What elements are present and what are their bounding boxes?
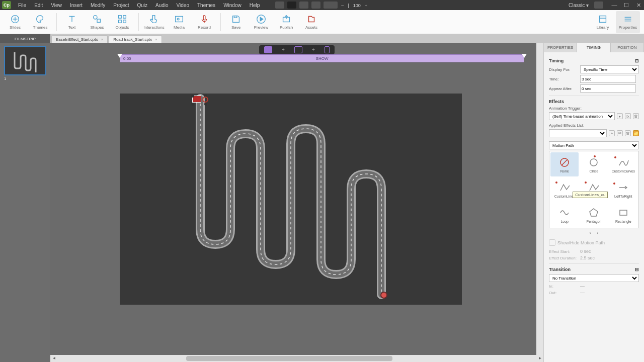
tool-publish[interactable]: Publish: [274, 11, 298, 33]
effect-rectangle[interactable]: Rectangle: [609, 203, 637, 227]
tool-objects[interactable]: Objects: [110, 11, 134, 33]
record-icon[interactable]: [287, 2, 296, 9]
menu-window[interactable]: Window: [219, 3, 246, 8]
tool-interactions[interactable]: Interactions: [142, 11, 166, 33]
close-icon[interactable]: ×: [101, 37, 103, 42]
clone-effect-icon[interactable]: ⧉: [617, 130, 623, 136]
close-icon[interactable]: ×: [155, 37, 157, 42]
ruler-start-value: 0.05: [123, 56, 131, 61]
menu-video[interactable]: Video: [173, 3, 193, 8]
menu-project[interactable]: Project: [109, 3, 133, 8]
panel-tabs: PROPERTIES TIMING POSITION: [544, 43, 644, 52]
collapse-icon[interactable]: ⊟: [635, 267, 639, 272]
scroll-right-icon[interactable]: ▸: [536, 355, 543, 362]
filmstrip-tab[interactable]: FILMSTRIP: [0, 34, 50, 43]
tool-save[interactable]: Save: [224, 11, 248, 33]
device-add[interactable]: +: [309, 46, 317, 53]
svg-point-27: [590, 159, 597, 166]
stage-area: + + 0.05 SHOW: [50, 43, 543, 362]
ruler-start-marker[interactable]: [117, 54, 122, 58]
window-minimize[interactable]: —: [611, 2, 618, 8]
scroll-left-icon[interactable]: ◂: [50, 355, 57, 362]
effect-lefttoright[interactable]: LeftToRight: [609, 177, 637, 202]
redo-icon[interactable]: [311, 2, 320, 9]
effect-pentagon[interactable]: Pentagon: [580, 203, 608, 227]
pager-prev[interactable]: ‹: [590, 230, 591, 235]
slide-canvas[interactable]: [120, 94, 462, 305]
animation-trigger-select[interactable]: (Self) Time-based animation: [549, 112, 615, 120]
menu-view[interactable]: View: [47, 3, 66, 8]
tool-properties[interactable]: Properties: [616, 11, 640, 33]
menu-themes[interactable]: Themes: [193, 3, 219, 8]
tool-shapes[interactable]: Shapes: [85, 11, 109, 33]
section-timing: Timing⊟: [549, 58, 639, 63]
svg-rect-13: [203, 16, 205, 20]
document-tab-row: FILMSTRIP EaseInEffect_Start.cptx× Road …: [0, 34, 644, 43]
menu-file[interactable]: File: [14, 3, 30, 8]
device-mobile[interactable]: [325, 46, 330, 53]
tool-preview[interactable]: Preview: [249, 11, 273, 33]
fx-icon[interactable]: fx: [625, 113, 631, 119]
ruler-end-marker[interactable]: [522, 54, 527, 58]
pager-next[interactable]: ›: [597, 230, 599, 235]
path-end-marker[interactable]: [380, 292, 387, 299]
trash-icon[interactable]: 🗑: [633, 113, 639, 119]
effect-start-label: Effect Start:: [549, 249, 578, 254]
tab-properties[interactable]: PROPERTIES: [544, 43, 577, 52]
effect-circle[interactable]: Circle: [580, 152, 608, 176]
search-icon[interactable]: [594, 2, 603, 9]
properties-panel: PROPERTIES TIMING POSITION Timing⊟ Displ…: [543, 43, 644, 362]
menu-help[interactable]: Help: [246, 3, 264, 8]
menu-modify[interactable]: Modify: [87, 3, 109, 8]
effect-duration-label: Effect Duration:: [549, 256, 578, 260]
tool-assets[interactable]: Assets: [299, 11, 324, 33]
device-desktop[interactable]: [264, 46, 272, 53]
effect-none[interactable]: None: [550, 152, 579, 176]
collapse-icon[interactable]: ⊟: [635, 58, 639, 63]
menu-insert[interactable]: Insert: [66, 3, 87, 8]
svg-rect-30: [620, 210, 627, 215]
car-object[interactable]: [192, 96, 206, 107]
browse-folder-icon[interactable]: 📁: [633, 130, 639, 136]
applied-effects-select[interactable]: [549, 129, 607, 137]
delete-effect-icon[interactable]: 🗑: [625, 130, 631, 136]
tool-record[interactable]: Record: [192, 11, 216, 33]
tool-themes[interactable]: Themes: [28, 11, 52, 33]
display-for-label: Display For:: [549, 67, 578, 72]
zoom-controls: –|100+: [339, 3, 369, 8]
tool-library[interactable]: Library: [591, 11, 615, 33]
display-for-select[interactable]: Specific Time: [580, 65, 639, 73]
undo-icon[interactable]: [299, 2, 308, 9]
transition-select[interactable]: No Transition: [549, 274, 639, 282]
menu-audio[interactable]: Audio: [151, 3, 173, 8]
layout-icon[interactable]: [275, 2, 284, 9]
effect-category-select[interactable]: Motion Path: [549, 141, 639, 149]
tool-text[interactable]: Text: [60, 11, 84, 33]
window-close[interactable]: ✕: [635, 2, 642, 8]
play-effect-icon[interactable]: ▸: [617, 113, 623, 119]
vertical-scrollbar[interactable]: [536, 43, 543, 355]
add-effect-icon[interactable]: +: [609, 130, 615, 136]
menu-edit[interactable]: Edit: [30, 3, 47, 8]
scroll-thumb[interactable]: [186, 356, 392, 361]
device-tablet[interactable]: [294, 46, 302, 53]
workspace-dropdown[interactable]: Classic ▾: [565, 3, 593, 8]
effect-customcurves[interactable]: CustomCurves: [609, 152, 637, 176]
tool-media[interactable]: Media: [167, 11, 191, 33]
effect-customlines-2[interactable]: CustomLines CustomLines_ou: [580, 177, 608, 202]
slide-thumbnail-1[interactable]: [4, 46, 46, 75]
tool-slides[interactable]: Slides: [3, 11, 27, 33]
document-tab-1[interactable]: EaseInEffect_Start.cptx×: [51, 35, 108, 43]
document-tab-2[interactable]: Road track_Start.cptx×: [109, 35, 162, 43]
horizontal-scrollbar[interactable]: ◂ ▸: [50, 355, 543, 362]
menu-quiz[interactable]: Quiz: [133, 3, 151, 8]
window-maximize[interactable]: ☐: [623, 2, 630, 8]
tab-timing[interactable]: TIMING: [577, 43, 610, 52]
effect-loop[interactable]: Loop: [550, 203, 579, 227]
timing-ruler[interactable]: 0.05 SHOW: [120, 54, 524, 62]
tab-position[interactable]: POSITION: [611, 43, 644, 52]
device-add[interactable]: +: [279, 46, 287, 53]
appear-after-input[interactable]: [580, 84, 636, 93]
zoom-box[interactable]: [324, 2, 338, 9]
time-input[interactable]: [580, 75, 636, 83]
